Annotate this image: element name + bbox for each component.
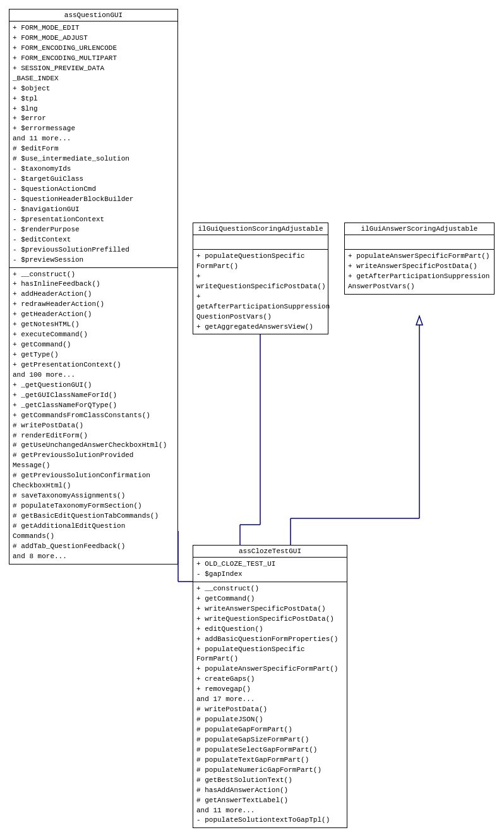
il-gui-question-scoring-methods: + populateQuestionSpecific FormPart() + … [193,250,328,334]
il-gui-answer-scoring-attributes [345,235,494,250]
diagram-container: assQuestionGUI + FORM_MODE_EDIT + FORM_M… [0,0,504,830]
ass-question-gui-title: assQuestionGUI [9,9,177,21]
ass-cloze-test-gui-attributes: + OLD_CLOZE_TEST_UI - $gapIndex [193,558,347,582]
ass-cloze-test-gui-box: assClozeTestGUI + OLD_CLOZE_TEST_UI - $g… [193,545,347,828]
il-gui-question-scoring-title: ilGuiQuestionScoringAdjustable [193,223,328,235]
ass-question-gui-methods: + __construct() + hasInlineFeedback() + … [9,268,177,564]
svg-marker-13 [416,316,423,325]
il-gui-question-scoring-box: ilGuiQuestionScoringAdjustable + populat… [193,223,328,334]
il-gui-answer-scoring-methods: + populateAnswerSpecificFormPart() + wri… [345,250,494,294]
il-gui-question-scoring-attributes [193,235,328,250]
ass-cloze-test-gui-methods: + __construct() + getCommand() + writeAn… [193,582,347,828]
ass-cloze-test-gui-title: assClozeTestGUI [193,546,347,558]
ass-question-gui-box: assQuestionGUI + FORM_MODE_EDIT + FORM_M… [9,9,178,565]
ass-question-gui-attributes: + FORM_MODE_EDIT + FORM_MODE_ADJUST + FO… [9,21,177,268]
il-gui-answer-scoring-title: ilGuiAnswerScoringAdjustable [345,223,494,235]
il-gui-answer-scoring-box: ilGuiAnswerScoringAdjustable + populateA… [344,223,495,295]
